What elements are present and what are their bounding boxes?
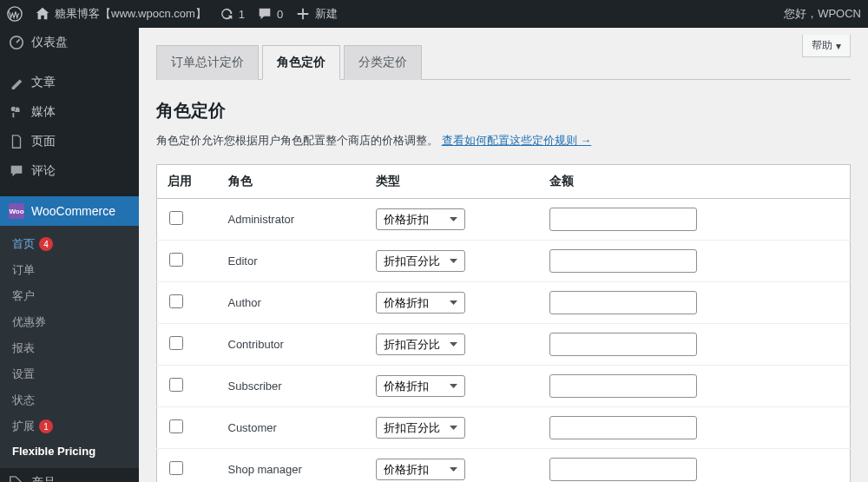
table-row: Customer价格折扣折扣百分比 xyxy=(157,407,851,449)
main-content: 帮助▾ 订单总计定价 角色定价 分类定价 角色定价 角色定价允许您根据用户角色配… xyxy=(139,28,868,482)
help-button[interactable]: 帮助▾ xyxy=(802,35,851,57)
tab-category-pricing[interactable]: 分类定价 xyxy=(344,45,422,80)
amount-input[interactable] xyxy=(549,249,697,273)
submenu-item-customers[interactable]: 客户 xyxy=(0,283,139,309)
table-row: Author价格折扣折扣百分比 xyxy=(157,282,851,324)
table-row: Contributor价格折扣折扣百分比 xyxy=(157,324,851,366)
badge: 4 xyxy=(39,237,53,251)
enable-checkbox[interactable] xyxy=(169,419,183,433)
submenu-item-reports[interactable]: 报表 xyxy=(0,335,139,361)
new-content-link[interactable]: 新建 xyxy=(295,6,338,22)
updates-link[interactable]: 1 xyxy=(219,6,245,22)
woocommerce-submenu: 首页4 订单 客户 优惠券 报表 设置 状态 扩展1 Flexible Pric… xyxy=(0,226,139,468)
submenu-item-coupons[interactable]: 优惠券 xyxy=(0,309,139,335)
type-select[interactable]: 价格折扣折扣百分比 xyxy=(376,417,465,439)
page-title: 角色定价 xyxy=(156,99,851,122)
amount-input[interactable] xyxy=(549,416,697,439)
table-row: Administrator价格折扣折扣百分比 xyxy=(157,199,851,241)
col-type: 类型 xyxy=(365,165,539,199)
woo-icon: Woo xyxy=(9,203,24,219)
enable-checkbox[interactable] xyxy=(169,336,183,350)
type-select[interactable]: 价格折扣折扣百分比 xyxy=(376,250,465,272)
sidebar-item-comments[interactable]: 评论 xyxy=(0,156,139,186)
role-label: Contributor xyxy=(218,324,365,366)
col-amount: 金额 xyxy=(539,165,851,199)
sidebar-item-pages[interactable]: 页面 xyxy=(0,127,139,156)
role-label: Editor xyxy=(218,241,365,282)
submenu-item-status[interactable]: 状态 xyxy=(0,387,139,413)
table-row: Subscriber价格折扣折扣百分比 xyxy=(157,366,851,407)
role-pricing-table: 启用 角色 类型 金额 Administrator价格折扣折扣百分比Editor… xyxy=(156,164,851,482)
type-select[interactable]: 价格折扣折扣百分比 xyxy=(376,208,465,230)
enable-checkbox[interactable] xyxy=(169,378,183,392)
submenu-item-settings[interactable]: 设置 xyxy=(0,361,139,387)
wp-logo[interactable] xyxy=(7,6,23,22)
enable-checkbox[interactable] xyxy=(169,211,183,225)
tab-order-total-pricing[interactable]: 订单总计定价 xyxy=(156,45,259,80)
submenu-item-orders[interactable]: 订单 xyxy=(0,257,139,283)
amount-input[interactable] xyxy=(549,458,697,481)
type-select[interactable]: 价格折扣折扣百分比 xyxy=(376,333,465,355)
submenu-item-extensions[interactable]: 扩展1 xyxy=(0,413,139,439)
type-select[interactable]: 价格折扣折扣百分比 xyxy=(376,375,465,397)
submenu-item-home[interactable]: 首页4 xyxy=(0,231,139,257)
col-role: 角色 xyxy=(218,165,365,199)
chevron-down-icon: ▾ xyxy=(836,40,841,52)
site-link[interactable]: 糖果博客【www.wpocn.com】 xyxy=(35,6,207,22)
submenu-item-flexible-pricing[interactable]: Flexible Pricing xyxy=(0,439,139,463)
tab-role-pricing[interactable]: 角色定价 xyxy=(262,45,340,80)
sidebar-item-woocommerce[interactable]: WooWooCommerce xyxy=(0,196,139,226)
role-label: Shop manager xyxy=(218,449,365,483)
role-label: Customer xyxy=(218,407,365,449)
amount-input[interactable] xyxy=(549,374,697,398)
type-select[interactable]: 价格折扣折扣百分比 xyxy=(376,292,465,314)
type-select[interactable]: 价格折扣折扣百分比 xyxy=(376,459,465,480)
page-description: 角色定价允许您根据用户角色配置整个商店的价格调整。 查看如何配置这些定价规则 → xyxy=(156,133,851,149)
admin-sidebar: 仪表盘 文章 媒体 页面 评论 WooWooCommerce 首页4 订单 客户… xyxy=(0,28,139,482)
table-row: Editor价格折扣折扣百分比 xyxy=(157,241,851,282)
sidebar-item-posts[interactable]: 文章 xyxy=(0,68,139,97)
table-row: Shop manager价格折扣折扣百分比 xyxy=(157,449,851,483)
sidebar-item-media[interactable]: 媒体 xyxy=(0,97,139,127)
amount-input[interactable] xyxy=(549,333,697,356)
role-label: Author xyxy=(218,282,365,324)
sidebar-item-products[interactable]: 产品 xyxy=(0,468,139,482)
role-label: Subscriber xyxy=(218,366,365,407)
account-greeting[interactable]: 您好，WPOCN xyxy=(784,6,861,22)
enable-checkbox[interactable] xyxy=(169,461,183,475)
comments-link[interactable]: 0 xyxy=(257,6,283,22)
admin-toolbar: 糖果博客【www.wpocn.com】 1 0 新建 您好，WPOCN xyxy=(0,0,868,28)
config-rules-link[interactable]: 查看如何配置这些定价规则 → xyxy=(442,134,592,147)
badge: 1 xyxy=(39,419,53,433)
amount-input[interactable] xyxy=(549,208,697,231)
enable-checkbox[interactable] xyxy=(169,253,183,267)
amount-input[interactable] xyxy=(549,291,697,314)
col-enable: 启用 xyxy=(157,165,218,199)
role-label: Administrator xyxy=(218,199,365,241)
sidebar-item-dashboard[interactable]: 仪表盘 xyxy=(0,28,139,57)
enable-checkbox[interactable] xyxy=(169,294,183,308)
pricing-tabs: 订单总计定价 角色定价 分类定价 xyxy=(156,45,851,80)
